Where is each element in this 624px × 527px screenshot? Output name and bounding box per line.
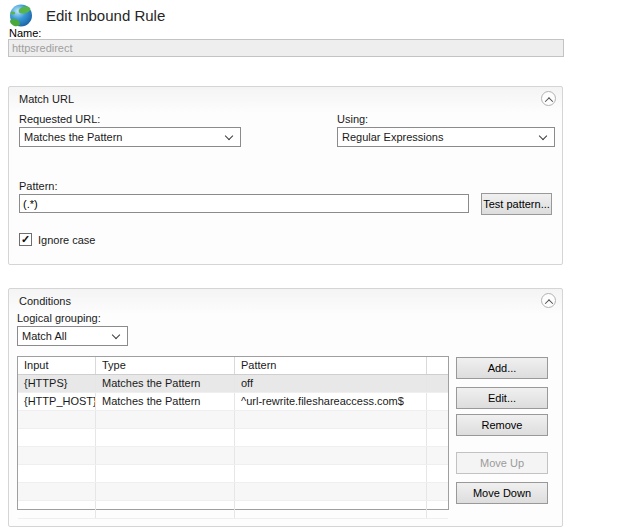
requested-url-value: Matches the Pattern xyxy=(20,131,226,143)
table-header-row: Input Type Pattern xyxy=(18,357,448,375)
cell-pattern: ^url-rewrite.fileshareaccess.com$ xyxy=(235,393,427,410)
table-row-empty xyxy=(18,429,448,447)
cell-pattern: off xyxy=(235,375,427,392)
move-up-button: Move Up xyxy=(456,452,548,474)
name-label: Name: xyxy=(9,27,41,39)
table-row-empty xyxy=(18,447,448,465)
pattern-label: Pattern: xyxy=(19,180,58,192)
table-row-empty xyxy=(18,465,448,483)
using-dropdown[interactable]: Regular Expressions xyxy=(337,127,555,147)
using-value: Regular Expressions xyxy=(338,131,540,143)
match-url-title: Match URL xyxy=(19,93,74,105)
ignore-case-checkbox[interactable]: ✓ xyxy=(19,233,32,246)
cell-type: Matches the Pattern xyxy=(96,393,235,410)
requested-url-label: Requested URL: xyxy=(19,113,100,125)
chevron-up-icon xyxy=(544,299,552,307)
add-button[interactable]: Add... xyxy=(456,357,548,379)
conditions-title: Conditions xyxy=(19,295,71,307)
cell-input: {HTTPS} xyxy=(18,375,96,392)
column-header-input: Input xyxy=(18,357,96,374)
chevron-down-icon xyxy=(539,132,547,140)
ignore-case-row: ✓ Ignore case xyxy=(19,233,95,246)
column-header-pattern: Pattern xyxy=(235,357,427,374)
logical-grouping-value: Match All xyxy=(18,330,113,342)
move-down-button[interactable]: Move Down xyxy=(456,482,548,504)
logical-grouping-label: Logical grouping: xyxy=(17,312,101,324)
edit-inbound-rule-dialog: Edit Inbound Rule Name: Match URL Reques… xyxy=(0,0,624,527)
match-url-collapse-button[interactable] xyxy=(541,91,556,106)
table-row-empty xyxy=(18,501,448,519)
test-pattern-button[interactable]: Test pattern... xyxy=(481,193,552,215)
cell-spacer xyxy=(427,393,448,410)
cell-type: Matches the Pattern xyxy=(96,375,235,392)
remove-button[interactable]: Remove xyxy=(456,414,548,436)
conditions-collapse-button[interactable] xyxy=(541,293,556,308)
requested-url-dropdown[interactable]: Matches the Pattern xyxy=(19,127,241,147)
match-url-panel: Match URL Requested URL: Matches the Pat… xyxy=(8,86,563,265)
conditions-panel: Conditions Logical grouping: Match All I… xyxy=(8,288,563,527)
chevron-down-icon xyxy=(225,132,233,140)
ignore-case-label: Ignore case xyxy=(38,234,95,246)
edit-button[interactable]: Edit... xyxy=(456,387,548,409)
cell-spacer xyxy=(427,375,448,392)
check-icon: ✓ xyxy=(21,234,30,245)
pattern-input[interactable] xyxy=(19,194,469,213)
column-header-type: Type xyxy=(96,357,235,374)
table-row[interactable]: {HTTP_HOST} Matches the Pattern ^url-rew… xyxy=(18,393,448,411)
using-label: Using: xyxy=(337,113,368,125)
chevron-up-icon xyxy=(544,97,552,105)
column-header-spacer xyxy=(427,357,448,374)
table-row-empty xyxy=(18,411,448,429)
name-input xyxy=(8,39,564,57)
chevron-down-icon xyxy=(112,331,120,339)
table-row-empty xyxy=(18,483,448,501)
page-title: Edit Inbound Rule xyxy=(46,7,165,24)
conditions-table: Input Type Pattern {HTTPS} Matches the P… xyxy=(17,356,449,510)
table-row[interactable]: {HTTPS} Matches the Pattern off xyxy=(18,375,448,393)
cell-input: {HTTP_HOST} xyxy=(18,393,96,410)
logical-grouping-dropdown[interactable]: Match All xyxy=(17,326,128,346)
